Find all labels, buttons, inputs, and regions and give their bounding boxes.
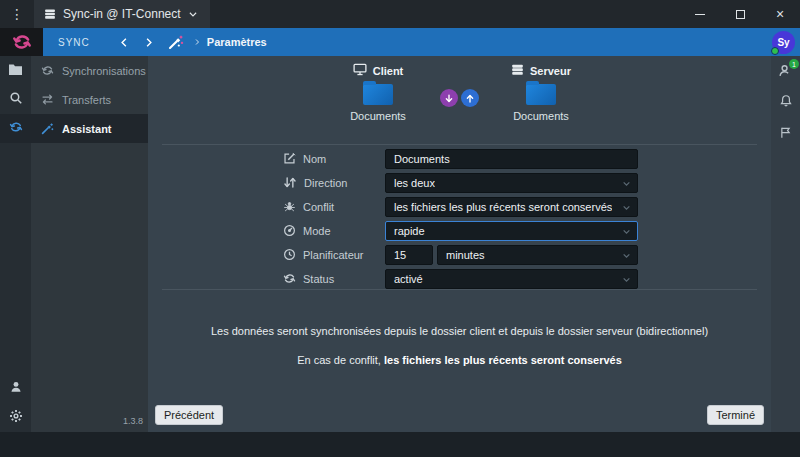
previous-button[interactable]: Précédent xyxy=(155,405,223,425)
summary-line-2: En cas de conflit, les fichiers les plus… xyxy=(148,354,771,366)
sync-logo-icon xyxy=(12,32,32,52)
client-title: Client xyxy=(373,65,404,77)
person-icon xyxy=(9,380,23,398)
edit-pencil-icon xyxy=(283,152,296,167)
search-rail-button[interactable] xyxy=(0,85,31,114)
server-endpoint: Serveur Documents xyxy=(499,63,583,122)
sidebar-item-label: Assistant xyxy=(62,123,112,135)
bell-icon xyxy=(779,94,793,112)
client-folder-icon[interactable] xyxy=(363,84,393,105)
maximize-button[interactable] xyxy=(720,0,760,28)
form-row-name: Nom xyxy=(148,149,771,169)
arrow-down-button[interactable] xyxy=(440,89,458,107)
direction-arrows xyxy=(440,89,479,107)
users-online-button[interactable]: 1 xyxy=(778,63,793,81)
app-header: SYNC Paramètres Sy xyxy=(0,28,800,56)
name-input[interactable] xyxy=(385,149,638,169)
close-button[interactable]: × xyxy=(760,0,800,28)
endpoints-section: Client Documents xyxy=(148,63,771,144)
status-label: Status xyxy=(303,273,334,285)
search-icon xyxy=(9,91,23,109)
left-icon-rail xyxy=(0,56,31,432)
avatar-initials: Sy xyxy=(777,37,789,48)
chevron-down-icon xyxy=(622,179,631,188)
chevron-down-icon xyxy=(622,251,631,260)
form-row-mode: Mode rapide xyxy=(148,221,771,241)
avatar[interactable]: Sy xyxy=(772,31,795,54)
transfers-icon xyxy=(41,93,54,106)
mode-value: rapide xyxy=(394,225,425,237)
minimize-button[interactable] xyxy=(680,0,720,28)
form-row-direction: Direction les deux xyxy=(148,173,771,193)
scheduler-unit-select[interactable]: minutes xyxy=(437,245,638,265)
client-folder-name: Documents xyxy=(350,110,406,122)
mode-select[interactable]: rapide xyxy=(385,221,638,241)
chevron-down-icon xyxy=(188,9,198,19)
chevron-down-icon xyxy=(622,203,631,212)
summary-line-2-bold: les fichiers les plus récents seront con… xyxy=(384,354,622,366)
form-row-scheduler: Planificateur minutes xyxy=(148,245,771,265)
main-content: Client Documents xyxy=(148,56,771,432)
server-icon xyxy=(44,8,56,20)
scheduler-interval-input[interactable] xyxy=(385,245,433,265)
server-folder-icon[interactable] xyxy=(526,84,556,105)
notifications-button[interactable] xyxy=(779,94,793,112)
conflict-label: Conflit xyxy=(303,201,334,213)
arrow-up-icon xyxy=(465,93,475,104)
scheduler-unit-value: minutes xyxy=(446,249,485,261)
files-rail-button[interactable] xyxy=(0,56,31,85)
conflict-value: les fichiers les plus récents seront con… xyxy=(394,201,612,213)
scheduler-label: Planificateur xyxy=(303,249,364,261)
app-logo[interactable] xyxy=(0,28,43,56)
sidebar-item-assistant[interactable]: Assistant xyxy=(31,114,148,143)
monitor-icon xyxy=(353,63,367,78)
wizard-footer: Précédent Terminé xyxy=(148,405,771,425)
name-label: Nom xyxy=(303,153,326,165)
app-name-label: SYNC xyxy=(58,37,90,48)
sync-icon xyxy=(41,64,54,77)
minimize-icon xyxy=(695,14,705,15)
summary-line-2-prefix: En cas de conflit, xyxy=(297,354,381,366)
divider xyxy=(162,144,757,145)
arrow-down-icon xyxy=(444,93,454,104)
gauge-icon xyxy=(283,224,296,239)
summary-line-1: Les données seront synchronisées depuis … xyxy=(148,325,771,337)
sidebar-item-synchronisations[interactable]: Synchronisations xyxy=(31,56,148,85)
sidebar-item-transferts[interactable]: Transferts xyxy=(31,85,148,114)
settings-rail-button[interactable] xyxy=(0,403,31,432)
direction-select[interactable]: les deux xyxy=(385,173,638,193)
finish-button[interactable]: Terminé xyxy=(707,405,764,425)
arrow-up-button[interactable] xyxy=(461,89,479,107)
status-select[interactable]: activé xyxy=(385,269,638,289)
title-bar: ⋮ Sync-in @ IT-Connect × xyxy=(0,0,800,28)
back-button[interactable] xyxy=(118,34,132,50)
server-icon xyxy=(511,63,524,78)
kebab-menu-icon[interactable]: ⋮ xyxy=(0,0,34,28)
wand-icon xyxy=(41,122,54,135)
sync-rail-button[interactable] xyxy=(0,114,31,143)
user-rail-button[interactable] xyxy=(0,374,31,403)
maximize-icon xyxy=(736,10,745,19)
status-value: activé xyxy=(394,273,423,285)
sync-icon xyxy=(283,272,296,287)
notification-badge: 1 xyxy=(789,59,799,69)
app-tab[interactable]: Sync-in @ IT-Connect xyxy=(34,0,210,28)
server-title: Serveur xyxy=(530,65,571,77)
chevron-down-icon xyxy=(622,275,631,284)
form-row-conflict: Conflit les fichiers les plus récents se… xyxy=(148,197,771,217)
summary-section: Les données seront synchronisées depuis … xyxy=(148,325,771,366)
sidebar-item-label: Transferts xyxy=(62,94,111,106)
clock-icon xyxy=(283,248,296,263)
wizard-wand-icon[interactable] xyxy=(168,34,184,50)
breadcrumb-separator-icon xyxy=(193,37,201,47)
sync-settings-form: Nom Direction les deux xyxy=(148,149,771,289)
forward-button[interactable] xyxy=(142,34,156,50)
rail-spacer xyxy=(0,143,31,374)
divider xyxy=(162,289,757,290)
app-body: Synchronisations Transferts Assistant 1.… xyxy=(0,56,800,432)
conflict-select[interactable]: les fichiers les plus récents seront con… xyxy=(385,197,638,217)
direction-label: Direction xyxy=(304,177,347,189)
sidebar-item-label: Synchronisations xyxy=(62,65,146,77)
right-icon-rail: 1 xyxy=(771,56,800,432)
flag-button[interactable] xyxy=(779,125,792,143)
